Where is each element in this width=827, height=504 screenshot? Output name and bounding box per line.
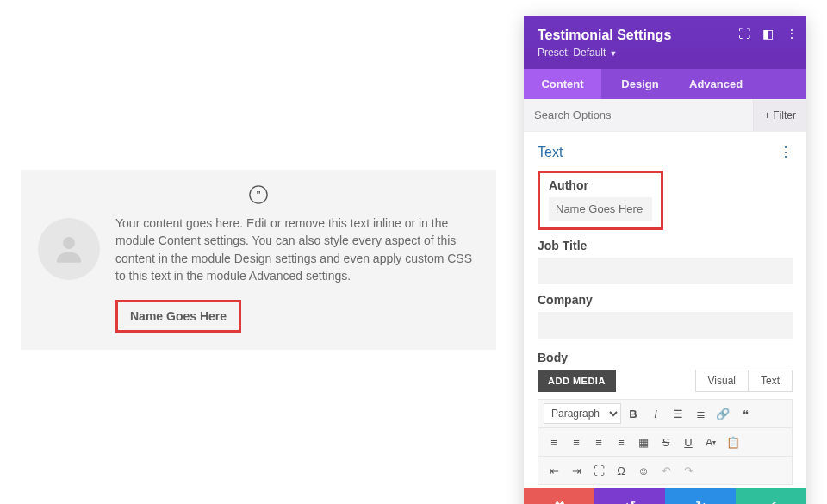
align-right-icon[interactable]: ≡ — [588, 432, 609, 452]
text-color-icon[interactable]: A▾ — [700, 432, 721, 452]
settings-panel: Testimonial Settings Preset: Default▼ ⛶ … — [524, 16, 806, 504]
blockquote-icon[interactable]: ❝ — [735, 403, 755, 424]
preset-dropdown[interactable]: Preset: Default▼ — [538, 47, 793, 59]
action-bar: ✖ ↺ ↻ ✔ — [524, 488, 806, 504]
paragraph-select[interactable]: Paragraph — [544, 403, 621, 424]
avatar — [38, 218, 100, 280]
quote-icon: ” — [38, 185, 479, 208]
underline-icon[interactable]: U — [678, 432, 699, 452]
expand-icon[interactable]: ⛶ — [738, 28, 750, 40]
strikethrough-icon[interactable]: S — [656, 432, 676, 452]
redo-icon[interactable]: ↷ — [678, 460, 699, 481]
job-title-label: Job Title — [538, 239, 793, 252]
bullet-list-icon[interactable]: ☰ — [668, 403, 688, 424]
caret-down-icon: ▼ — [609, 49, 617, 58]
svg-point-2 — [63, 237, 75, 249]
align-center-icon[interactable]: ≡ — [566, 432, 587, 452]
paste-icon[interactable]: 📋 — [723, 432, 743, 452]
table-icon[interactable]: ▦ — [633, 432, 654, 452]
emoji-icon[interactable]: ☺ — [633, 460, 654, 481]
undo-button[interactable]: ↺ — [594, 488, 665, 504]
tab-content[interactable]: Content — [524, 69, 601, 99]
svg-text:”: ” — [256, 190, 261, 200]
cancel-button[interactable]: ✖ — [524, 488, 594, 504]
author-label: Author — [549, 178, 652, 192]
outdent-icon[interactable]: ⇤ — [544, 460, 564, 481]
testimonial-author[interactable]: Name Goes Here — [115, 300, 241, 333]
tab-design[interactable]: Design — [601, 69, 679, 99]
align-justify-icon[interactable]: ≡ — [611, 432, 631, 452]
editor-tab-visual[interactable]: Visual — [695, 370, 749, 392]
search-row: + Filter — [524, 99, 806, 132]
author-field-highlight: Author — [538, 171, 663, 230]
filter-button[interactable]: + Filter — [753, 100, 806, 131]
kebab-icon[interactable]: ⋮ — [786, 28, 798, 40]
panel-header: Testimonial Settings Preset: Default▼ ⛶ … — [524, 16, 806, 69]
search-input[interactable] — [524, 99, 753, 131]
author-input[interactable] — [549, 197, 652, 221]
testimonial-preview: ” Your content goes here. Edit or remove… — [21, 170, 496, 350]
company-label: Company — [538, 293, 793, 307]
add-media-button[interactable]: ADD MEDIA — [538, 370, 616, 392]
testimonial-content[interactable]: Your content goes here. Edit or remove t… — [115, 215, 479, 284]
link-icon[interactable]: 🔗 — [712, 403, 733, 424]
numbered-list-icon[interactable]: ≣ — [690, 403, 711, 424]
italic-icon[interactable]: I — [645, 403, 666, 424]
save-button[interactable]: ✔ — [736, 488, 806, 504]
wysiwyg-toolbar: Paragraph B I ☰ ≣ 🔗 ❝ ≡ ≡ ≡ ≡ ▦ S U A▾ 📋… — [538, 399, 793, 485]
undo-icon[interactable]: ↶ — [656, 460, 676, 481]
special-char-icon[interactable]: Ω — [611, 460, 631, 481]
redo-button[interactable]: ↻ — [665, 488, 736, 504]
section-title[interactable]: Text — [538, 145, 563, 160]
panel-tabs: Content Design Advanced — [524, 69, 806, 99]
editor-tab-text[interactable]: Text — [749, 370, 793, 392]
layout-icon[interactable]: ◧ — [762, 28, 774, 40]
tab-advanced[interactable]: Advanced — [679, 69, 806, 99]
body-label: Body — [538, 351, 793, 364]
bold-icon[interactable]: B — [623, 403, 644, 424]
company-input[interactable] — [538, 312, 793, 339]
fullscreen-icon[interactable]: ⛶ — [588, 460, 609, 481]
section-kebab-icon[interactable]: ⋮ — [779, 144, 793, 160]
align-left-icon[interactable]: ≡ — [544, 432, 564, 452]
job-title-input[interactable] — [538, 258, 793, 284]
indent-icon[interactable]: ⇥ — [566, 460, 587, 481]
